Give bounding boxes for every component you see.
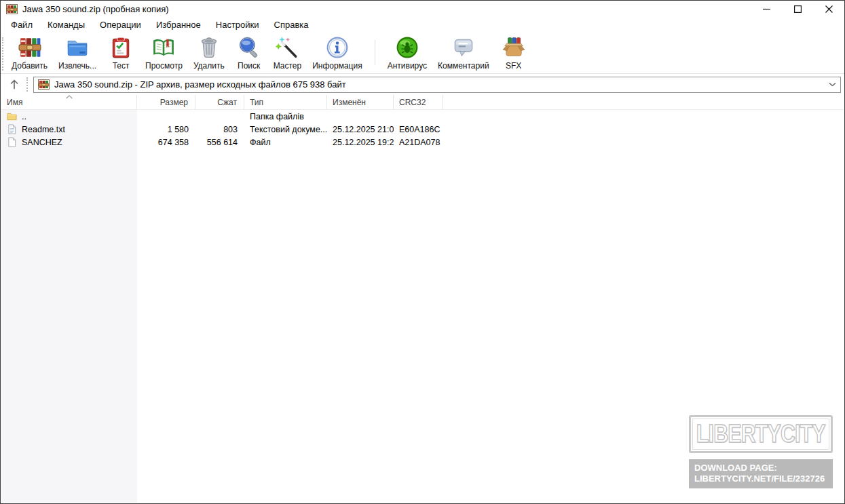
- toolbar-button-label: Извлечь...: [58, 61, 96, 71]
- menu-bar: Файл Команды Операции Избранное Настройк…: [1, 17, 844, 33]
- up-arrow-icon: [10, 79, 19, 90]
- test-clipboard-icon: [109, 36, 132, 59]
- file-modified: 25.12.2025 19:23: [327, 138, 394, 147]
- view-open-book-icon: [152, 36, 175, 59]
- extract-button[interactable]: Извлечь...: [53, 35, 102, 73]
- column-header-label: Размер: [160, 98, 188, 107]
- file-type: Файл: [244, 138, 327, 147]
- file-icon: [7, 137, 17, 147]
- archive-description: Jawa 350 sound.zip - ZIP архив, размер и…: [54, 79, 825, 90]
- column-header-filler: [443, 95, 844, 109]
- file-type: Папка файлів: [244, 112, 327, 121]
- column-headers: Имя Размер Сжат Тип Изменён CRC32: [1, 95, 844, 110]
- toolbar-button-label: Информация: [312, 61, 362, 71]
- sort-ascending-icon: [65, 95, 73, 99]
- search-magnifier-icon: [238, 36, 261, 59]
- menu-file[interactable]: Файл: [3, 18, 40, 31]
- column-header-label: CRC32: [399, 98, 426, 107]
- column-header-label: Сжат: [217, 98, 237, 107]
- menu-settings[interactable]: Настройки: [208, 18, 267, 31]
- toolbar-button-label: Поиск: [238, 61, 260, 71]
- column-header-packed[interactable]: Сжат: [195, 95, 244, 109]
- libertycity-logo-text: LIBERTYCITY: [696, 420, 825, 448]
- delete-trash-icon: [198, 36, 221, 59]
- menu-favorites[interactable]: Избранное: [149, 18, 208, 31]
- toolbar-button-label: Комментарий: [438, 61, 489, 71]
- file-crc32: E60A186C: [394, 125, 443, 134]
- extract-folder-icon: [66, 36, 89, 59]
- title-bar: Jawa 350 sound.zip (пробная копия): [1, 1, 844, 17]
- column-header-size[interactable]: Размер: [137, 95, 195, 109]
- download-page-url: LIBERTYCITY.NET/FILE/232726: [694, 473, 827, 484]
- test-button[interactable]: Тест: [102, 35, 140, 73]
- file-modified: 25.12.2025 21:07: [327, 125, 394, 134]
- toolbar-button-label: Удалить: [193, 61, 225, 71]
- file-crc32: A21DA078: [394, 138, 443, 147]
- view-button[interactable]: Просмотр: [140, 35, 188, 73]
- table-row-readme[interactable]: Readme.txt 1 580 803 Текстовий докуме...…: [1, 123, 844, 136]
- file-size: 674 358: [137, 138, 195, 147]
- column-header-label: Тип: [250, 98, 263, 107]
- maximize-icon: [794, 5, 802, 13]
- file-name: ..: [22, 112, 26, 121]
- file-packed: 803: [195, 125, 244, 134]
- archive-icon: [38, 79, 50, 90]
- maximize-button[interactable]: [782, 1, 813, 17]
- window-title: Jawa 350 sound.zip (пробная копия): [22, 4, 169, 14]
- column-header-label: Изменён: [333, 98, 366, 107]
- table-row-parent-dir[interactable]: .. Папка файлів: [1, 110, 844, 123]
- comment-bubble-icon: [452, 36, 475, 59]
- folder-icon: [7, 111, 17, 121]
- column-header-name[interactable]: Имя: [1, 95, 137, 109]
- wizard-button[interactable]: Мастер: [268, 35, 307, 73]
- menu-commands[interactable]: Команды: [40, 18, 92, 31]
- info-circle-icon: [326, 36, 349, 59]
- column-header-crc32[interactable]: CRC32: [394, 95, 443, 109]
- download-page-banner: DOWNLOAD PAGE: LIBERTYCITY.NET/FILE/2327…: [689, 459, 833, 488]
- toolbar-button-label: SFX: [506, 61, 521, 71]
- archive-path-combobox[interactable]: Jawa 350 sound.zip - ZIP архив, размер и…: [33, 77, 841, 93]
- antivirus-bug-icon: [396, 36, 419, 59]
- toolbar-separator: [375, 40, 375, 65]
- column-header-type[interactable]: Тип: [244, 95, 327, 109]
- toolbar-button-label: Тест: [113, 61, 130, 71]
- menu-help[interactable]: Справка: [267, 18, 316, 31]
- toolbar-button-label: Добавить: [12, 61, 48, 71]
- watermark: LIBERTYCITY DOWNLOAD PAGE: LIBERTYCITY.N…: [689, 415, 833, 488]
- sfx-button[interactable]: SFX: [495, 35, 533, 73]
- info-button[interactable]: Информация: [307, 35, 367, 73]
- file-name: Readme.txt: [22, 125, 65, 134]
- download-page-label: DOWNLOAD PAGE:: [694, 463, 827, 473]
- minimize-icon: [763, 5, 770, 13]
- up-button[interactable]: [5, 77, 24, 93]
- toolbar-button-label: Просмотр: [145, 61, 183, 71]
- column-header-label: Имя: [7, 98, 22, 107]
- file-type: Текстовий докуме...: [244, 125, 327, 134]
- file-size: 1 580: [137, 125, 195, 134]
- file-list: Имя Размер Сжат Тип Изменён CRC32 ..: [1, 95, 844, 503]
- winrar-window: Jawa 350 sound.zip (пробная копия) Файл …: [0, 0, 845, 504]
- add-button[interactable]: Добавить: [6, 35, 53, 73]
- wizard-wand-icon: [276, 36, 299, 59]
- sfx-box-icon: [502, 36, 525, 59]
- close-button[interactable]: [813, 1, 844, 17]
- address-bar-row: Jawa 350 sound.zip - ZIP архив, размер и…: [1, 74, 844, 95]
- delete-button[interactable]: Удалить: [188, 35, 230, 73]
- text-file-icon: [7, 124, 17, 134]
- antivirus-button[interactable]: Антивирус: [382, 35, 432, 73]
- table-row-sanchez[interactable]: SANCHEZ 674 358 556 614 Файл 25.12.2025 …: [1, 136, 844, 149]
- menu-operations[interactable]: Операции: [92, 18, 149, 31]
- file-name: SANCHEZ: [22, 138, 62, 147]
- winrar-add-books-icon: [18, 36, 41, 59]
- minimize-button[interactable]: [751, 1, 782, 17]
- address-drag-handle[interactable]: [26, 77, 32, 92]
- file-list-body: .. Папка файлів Readme.txt: [1, 110, 844, 503]
- toolbar-button-label: Антивирус: [388, 61, 427, 71]
- toolbar: Добавить Извлечь... Тест: [1, 33, 844, 74]
- chevron-down-icon[interactable]: [829, 82, 836, 87]
- caption-buttons: [751, 1, 844, 17]
- search-button[interactable]: Поиск: [230, 35, 268, 73]
- close-icon: [825, 5, 833, 13]
- column-header-modified[interactable]: Изменён: [327, 95, 394, 109]
- comment-button[interactable]: Комментарий: [432, 35, 495, 73]
